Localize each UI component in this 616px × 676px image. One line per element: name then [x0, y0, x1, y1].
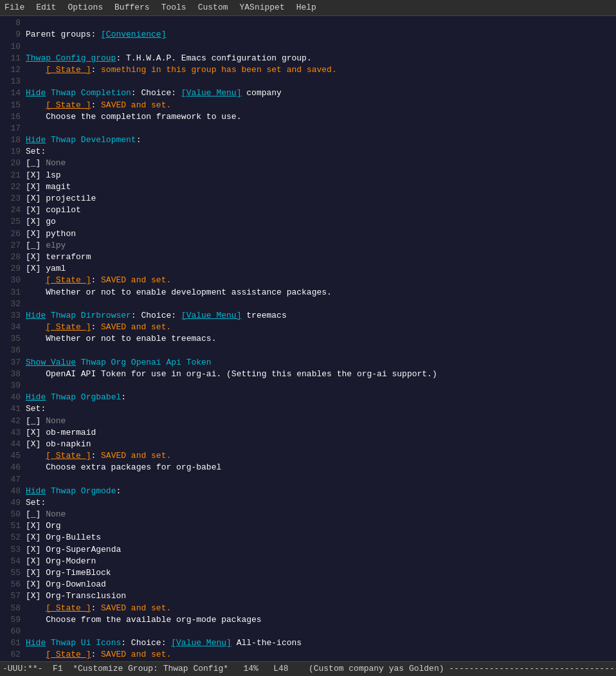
status-bar: -UUU:**- F1 *Customize Group: Thwap Conf…	[0, 661, 616, 676]
text-segment[interactable]: Hide	[26, 311, 46, 320]
text-segment[interactable]: [Convenience]	[101, 30, 166, 39]
text-segment[interactable]: Hide	[26, 88, 46, 98]
text-segment: Whether or not to enable development ass…	[26, 288, 327, 297]
menu-file[interactable]: File	[3, 1, 26, 14]
text-segment: .	[212, 334, 217, 343]
text-segment: Org-Transclusion	[46, 591, 126, 601]
text-segment: [X]	[26, 439, 46, 449]
text-segment[interactable]: Hide	[26, 638, 46, 648]
line: 54[X] Org-Modern	[0, 556, 616, 567]
text-segment: [X]	[26, 533, 46, 542]
line-content	[26, 298, 613, 310]
text-segment: Choose extra packages for org-babel	[26, 462, 221, 472]
line-number: 57	[3, 590, 21, 602]
line: 43[X] ob-mermaid	[0, 427, 616, 439]
text-segment: Org-Bullets	[46, 533, 101, 542]
text-segment: SAVED and set	[101, 322, 166, 332]
line-content: Set:	[26, 403, 613, 415]
line-content: [ State ]: SAVED and set.	[26, 275, 613, 286]
text-segment[interactable]: Hide	[26, 392, 46, 402]
line: 32	[0, 298, 616, 310]
line-content: [X] copilot	[26, 205, 613, 216]
menu-edit[interactable]: Edit	[34, 1, 58, 14]
text-segment: [X]	[26, 194, 46, 203]
text-segment: .	[332, 65, 337, 75]
line: 57[X] Org-Transclusion	[0, 590, 616, 602]
text-segment[interactable]: Hide	[26, 135, 46, 145]
text-segment[interactable]: [ State ]	[46, 451, 91, 461]
line: 18Hide Thwap Development:	[0, 134, 616, 146]
line: 58 [ State ]: SAVED and set.	[0, 603, 616, 614]
line: 45 [ State ]: SAVED and set.	[0, 450, 616, 462]
text-segment: [X]	[26, 264, 46, 273]
text-segment[interactable]: [ State ]	[46, 322, 91, 332]
text-segment: magit	[46, 182, 71, 192]
menu-help[interactable]: Help	[294, 1, 318, 14]
text-segment[interactable]: Show Value	[26, 358, 76, 367]
line-number: 62	[3, 649, 21, 661]
line-content: [X] Org-Bullets	[26, 532, 613, 544]
line-number: 16	[3, 111, 21, 123]
menu-buffers[interactable]: Buffers	[113, 1, 152, 14]
line-number: 32	[3, 298, 21, 310]
line-content: Hide Thwap Development:	[26, 134, 613, 146]
text-segment[interactable]: [ State ]	[46, 65, 91, 75]
line-number: 47	[3, 474, 21, 486]
text-segment[interactable]: [ State ]	[46, 100, 91, 110]
line-content: [_] None	[26, 509, 613, 520]
text-segment: [X]	[26, 182, 46, 192]
text-segment: python	[46, 229, 76, 239]
line-number: 52	[3, 532, 21, 544]
text-segment: Thwap Dirbrowser	[46, 311, 131, 320]
text-segment: .	[166, 275, 171, 285]
text-segment: Org-Modern	[46, 556, 96, 566]
text-segment[interactable]: [Value Menu]	[181, 311, 242, 320]
line: 41Set:	[0, 403, 616, 415]
text-segment: [X]	[26, 229, 46, 239]
line: 38 OpenAI API Token for use in org-ai. (…	[0, 369, 616, 380]
text-segment	[26, 451, 46, 461]
line-content	[26, 474, 613, 486]
menu-tools[interactable]: Tools	[159, 1, 188, 14]
line-number: 30	[3, 275, 21, 286]
line-content	[26, 123, 613, 134]
line-number: 61	[3, 637, 21, 649]
text-segment: Choose from the available org-mode packa…	[26, 615, 262, 625]
line-number: 50	[3, 509, 21, 520]
text-segment[interactable]: [ State ]	[46, 603, 91, 613]
line-number: 48	[3, 486, 21, 497]
text-segment[interactable]: [ State ]	[46, 275, 91, 285]
text-segment[interactable]: Hide	[26, 486, 46, 496]
line-content: [ State ]: SAVED and set.	[26, 100, 613, 111]
line-content	[26, 345, 613, 356]
menu-bar: File Edit Options Buffers Tools Custom Y…	[0, 0, 616, 16]
text-segment[interactable]: Thwap Config group	[26, 53, 116, 63]
text-segment: :	[91, 650, 101, 659]
text-segment[interactable]: [Value Menu]	[171, 638, 231, 648]
line-number: 18	[3, 134, 21, 146]
text-segment: yaml	[46, 264, 66, 273]
line: 48Hide Thwap Orgmode:	[0, 486, 616, 497]
text-segment: Set:	[26, 147, 46, 156]
text-segment: :	[91, 322, 101, 332]
menu-options[interactable]: Options	[66, 1, 105, 14]
menu-yasnippet[interactable]: YASnippet	[237, 1, 286, 14]
line: 62 [ State ]: SAVED and set.	[0, 649, 616, 661]
text-segment[interactable]: [Value Menu]	[181, 88, 242, 98]
line: 13	[0, 76, 616, 87]
line: 53[X] Org-SuperAgenda	[0, 544, 616, 556]
text-segment: OpenAI API Token for use in org-ai. (Set…	[26, 369, 437, 379]
line-number: 55	[3, 567, 21, 579]
text-segment: Thwap Ui Icons	[46, 638, 121, 648]
menu-custom[interactable]: Custom	[196, 1, 230, 14]
line-content: [X] Org-Transclusion	[26, 590, 613, 602]
text-segment[interactable]: [ State ]	[46, 650, 91, 659]
line: 31 Whether or not to enable development …	[0, 287, 616, 298]
text-segment: [X]	[26, 521, 46, 531]
line-content	[26, 17, 613, 29]
text-segment: Thwap Development	[46, 135, 136, 145]
line-number: 42	[3, 416, 21, 427]
line-content: [ State ]: SAVED and set.	[26, 450, 613, 462]
text-segment: .	[166, 322, 171, 332]
line-number: 28	[3, 251, 21, 263]
